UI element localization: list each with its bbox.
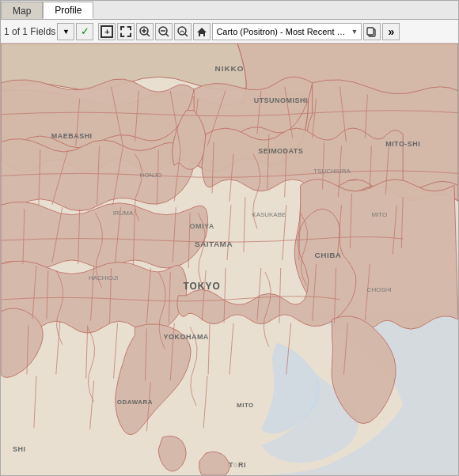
svg-text:MITO-SHI: MITO-SHI <box>385 140 420 148</box>
svg-text:YOKOHAMA: YOKOHAMA <box>164 333 209 341</box>
svg-text:OMIYA: OMIYA <box>190 222 214 230</box>
svg-text:HONJO: HONJO <box>139 172 161 179</box>
map-svg: NIKKO UTSUNOMISHI MAEBASHI SEIMODATS MIT… <box>1 43 458 475</box>
svg-text:KASUKABE: KASUKABE <box>252 211 286 218</box>
tab-bar: Map Profile <box>1 1 458 20</box>
map-area: NIKKO UTSUNOMISHI MAEBASHI SEIMODATS MIT… <box>1 43 458 475</box>
svg-text:T○RI: T○RI <box>229 461 246 469</box>
field-counter: 1 of 1 Fields <box>4 26 55 37</box>
basemap-dropdown[interactable]: Carto (Positron) - Most Recent Vintage ▼ <box>212 23 362 40</box>
svg-text:MITO: MITO <box>237 402 254 409</box>
svg-text:MAEBASHI: MAEBASHI <box>51 132 93 140</box>
select-btn[interactable] <box>117 23 135 40</box>
basemap-label: Carto (Positron) - Most Recent Vintage <box>216 27 351 36</box>
svg-text:SAITAMA: SAITAMA <box>195 240 233 248</box>
field-selector: 1 of 1 Fields ▼ ✓ <box>4 23 93 40</box>
svg-text:SEIMODATS: SEIMODATS <box>258 147 303 155</box>
field-dropdown-btn[interactable]: ▼ <box>57 23 74 40</box>
toolbar: 1 of 1 Fields ▼ ✓ + <box>1 20 458 43</box>
svg-text:UTSUNOMISHI: UTSUNOMISHI <box>254 96 308 104</box>
svg-text:SHI: SHI <box>13 445 25 453</box>
svg-text:TSUCHIURA: TSUCHIURA <box>313 168 351 175</box>
tab-profile[interactable]: Profile <box>43 2 93 19</box>
svg-line-8 <box>185 33 188 36</box>
svg-marker-9 <box>197 28 207 36</box>
zoom-out-btn[interactable] <box>155 23 173 40</box>
more-btn[interactable]: » <box>382 23 400 40</box>
app-container: Map Profile 1 of 1 Fields ▼ ✓ + <box>0 0 459 476</box>
svg-text:HACHIOJI: HACHIOJI <box>89 274 118 281</box>
svg-text:MITO: MITO <box>371 211 387 218</box>
home-btn[interactable] <box>193 23 211 40</box>
add-btn[interactable]: + <box>98 23 116 40</box>
copy-btn[interactable] <box>363 23 381 40</box>
tab-map[interactable]: Map <box>1 2 43 19</box>
svg-rect-11 <box>367 28 374 35</box>
svg-text:NIKKO: NIKKO <box>214 64 244 73</box>
dropdown-arrow-icon: ▼ <box>351 28 358 36</box>
svg-text:TOKYO: TOKYO <box>184 281 221 292</box>
field-check-btn[interactable]: ✓ <box>76 23 93 40</box>
svg-text:IRUMA: IRUMA <box>113 210 134 217</box>
svg-text:ODAWARA: ODAWARA <box>117 399 153 406</box>
svg-text:CHOSHI: CHOSHI <box>367 286 392 293</box>
svg-line-3 <box>147 33 150 36</box>
zoom-in-btn[interactable] <box>136 23 154 40</box>
zoom-custom-btn[interactable] <box>174 23 192 40</box>
svg-line-6 <box>166 33 169 36</box>
svg-text:CHIBA: CHIBA <box>315 251 342 259</box>
